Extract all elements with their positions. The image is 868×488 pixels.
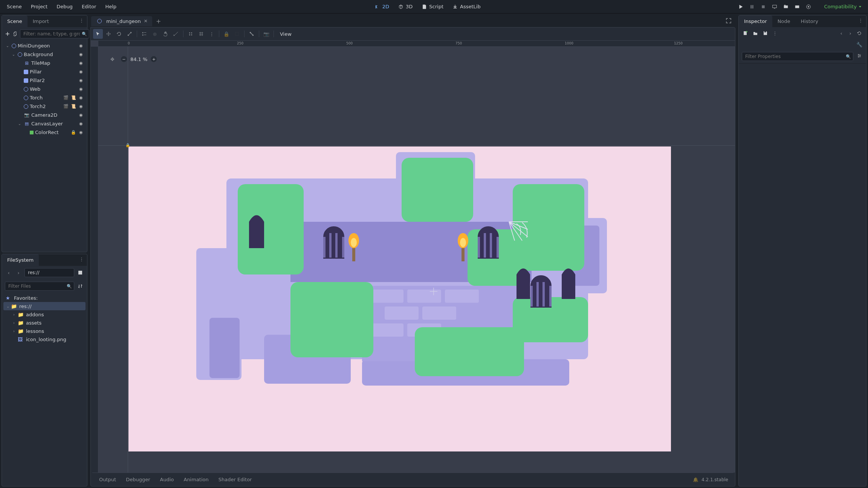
scene-node-minidungeon[interactable]: ⌄MiniDungeon◉ xyxy=(3,41,86,50)
scene-node-canvaslayer[interactable]: ⌄▤CanvasLayer◉ xyxy=(3,119,86,128)
stop-button[interactable] xyxy=(758,2,769,12)
distraction-free-button[interactable] xyxy=(723,18,735,25)
script-icon[interactable]: 📜 xyxy=(70,104,76,109)
manage-object-button[interactable]: 🔧 xyxy=(856,41,863,48)
inspector-forward-button[interactable]: › xyxy=(847,29,854,37)
snap-options-button[interactable]: ⋮ xyxy=(207,29,217,39)
tab-history[interactable]: History xyxy=(796,15,824,27)
rotate-tool-button[interactable] xyxy=(114,29,124,39)
lock-icon[interactable]: 🔒 xyxy=(70,130,76,135)
menu-project[interactable]: Project xyxy=(27,2,51,12)
bottom-tab-output[interactable]: Output xyxy=(98,476,118,483)
clapper-icon[interactable]: 🎬 xyxy=(63,104,69,109)
renderer-dropdown[interactable]: Compatibility xyxy=(821,4,865,9)
fs-item-icon-looting-png[interactable]: 🖼icon_looting.png xyxy=(3,335,86,343)
fs-forward-button[interactable]: › xyxy=(15,269,22,276)
add-node-button[interactable] xyxy=(5,30,10,38)
scale-tool-button[interactable] xyxy=(125,29,134,39)
play-custom-scene-button[interactable] xyxy=(792,2,802,12)
override-camera-button[interactable]: 📷 xyxy=(261,29,271,39)
movie-maker-button[interactable] xyxy=(803,2,814,12)
list-select-button[interactable] xyxy=(139,29,149,39)
lock-tool-button[interactable]: ⊕ xyxy=(150,29,160,39)
scene-node-background[interactable]: ⌄Background◉ xyxy=(3,50,86,59)
scene-node-tilemap[interactable]: ⊞TileMap◉ xyxy=(3,59,86,67)
skeleton-options-button[interactable] xyxy=(247,29,257,39)
bottom-tab-debugger[interactable]: Debugger xyxy=(124,476,151,483)
bottom-tab-shader-editor[interactable]: Shader Editor xyxy=(217,476,254,483)
visibility-toggle-icon[interactable]: ◉ xyxy=(78,78,84,83)
bottom-tab-audio[interactable]: Audio xyxy=(159,476,176,483)
visibility-toggle-icon[interactable]: ◉ xyxy=(78,121,84,126)
close-tab-icon[interactable]: ✕ xyxy=(144,18,148,24)
fs-item-addons[interactable]: ›📁addons xyxy=(3,310,86,319)
dock-options-icon[interactable]: ⋮ xyxy=(79,256,84,264)
inspector-back-button[interactable]: ‹ xyxy=(837,29,845,37)
view-menu-button[interactable]: View xyxy=(276,30,295,38)
scene-node-pillar[interactable]: Pillar◉ xyxy=(3,67,86,76)
bottom-tab-animation[interactable]: Animation xyxy=(182,476,210,483)
visibility-toggle-icon[interactable]: ◉ xyxy=(78,130,84,135)
script-icon[interactable]: 📜 xyxy=(70,95,76,100)
menu-debug[interactable]: Debug xyxy=(53,2,76,12)
smart-snap-button[interactable] xyxy=(186,29,196,39)
menu-scene[interactable]: Scene xyxy=(3,2,26,12)
play-scene-button[interactable] xyxy=(781,2,791,12)
ruler-tool-button[interactable] xyxy=(171,29,181,39)
scene-filter-input[interactable] xyxy=(20,29,89,38)
grid-snap-button[interactable] xyxy=(196,29,206,39)
tab-import[interactable]: Import xyxy=(28,15,54,27)
fs-sort-button[interactable] xyxy=(76,282,84,290)
fs-back-button[interactable]: ‹ xyxy=(5,269,12,276)
zoom-in-button[interactable]: + xyxy=(150,56,157,63)
visibility-toggle-icon[interactable]: ◉ xyxy=(78,43,84,48)
mode-2d-button[interactable]: 2D xyxy=(371,2,393,12)
fs-toggle-split-button[interactable] xyxy=(76,269,84,276)
select-tool-button[interactable] xyxy=(93,29,103,39)
fs-item-res---[interactable]: ⌄📁res:// xyxy=(3,302,86,310)
fs-path-field[interactable]: res:// xyxy=(24,268,74,277)
scene-node-colorrect[interactable]: ColorRect🔒◉ xyxy=(3,128,86,137)
mode-script-button[interactable]: Script xyxy=(418,2,447,12)
scene-node-pillar2[interactable]: Pillar2◉ xyxy=(3,76,86,85)
move-tool-button[interactable] xyxy=(104,29,113,39)
notification-bell-icon[interactable]: 🔔 xyxy=(693,477,698,482)
zoom-out-button[interactable]: − xyxy=(121,56,127,63)
dock-options-icon[interactable]: ⋮ xyxy=(79,18,84,25)
inspector-filter-input[interactable] xyxy=(742,52,853,61)
visibility-toggle-icon[interactable]: ◉ xyxy=(78,104,84,109)
dock-options-icon[interactable]: ⋮ xyxy=(858,18,863,25)
center-view-icon[interactable]: ✥ xyxy=(110,56,115,62)
group-selected-button[interactable] xyxy=(232,29,242,39)
visibility-toggle-icon[interactable]: ◉ xyxy=(78,95,84,100)
tab-scene[interactable]: Scene xyxy=(2,15,28,27)
tab-node[interactable]: Node xyxy=(772,15,796,27)
visibility-toggle-icon[interactable]: ◉ xyxy=(78,113,84,117)
scene-tab-mini-dungeon[interactable]: mini_dungeon ✕ xyxy=(91,16,152,26)
save-resource-button[interactable] xyxy=(761,29,769,37)
tab-filesystem[interactable]: FileSystem xyxy=(2,254,39,266)
add-scene-tab-button[interactable]: + xyxy=(152,18,165,25)
load-resource-button[interactable] xyxy=(752,29,759,37)
lock-selected-button[interactable]: 🔒 xyxy=(222,29,231,39)
menu-help[interactable]: Help xyxy=(101,2,120,12)
tab-inspector[interactable]: Inspector xyxy=(739,15,772,27)
inspector-settings-button[interactable] xyxy=(856,52,863,59)
inspector-extra-menu[interactable]: ⋮ xyxy=(771,29,779,37)
play-button[interactable] xyxy=(735,2,746,12)
fs-item-assets[interactable]: ›📁assets xyxy=(3,319,86,327)
clapper-icon[interactable]: 🎬 xyxy=(63,95,69,100)
mode-3d-button[interactable]: 3D xyxy=(394,2,416,12)
visibility-toggle-icon[interactable]: ◉ xyxy=(78,61,84,66)
fs-item-lessons[interactable]: ›📁lessons xyxy=(3,327,86,335)
pause-button[interactable] xyxy=(747,2,757,12)
2d-viewport[interactable]: 025050075010001250 ✥ − 84.1 % + xyxy=(91,41,735,473)
new-resource-button[interactable] xyxy=(742,29,749,37)
remote-debug-button[interactable] xyxy=(769,2,780,12)
scene-node-torch2[interactable]: Torch2🎬📜◉ xyxy=(3,102,86,111)
scene-node-web[interactable]: Web◉ xyxy=(3,85,86,93)
inspector-history-button[interactable] xyxy=(856,29,863,37)
scene-node-torch[interactable]: Torch🎬📜◉ xyxy=(3,93,86,102)
visibility-toggle-icon[interactable]: ◉ xyxy=(78,52,84,57)
scene-node-camera2d[interactable]: 📷Camera2D◉ xyxy=(3,111,86,119)
